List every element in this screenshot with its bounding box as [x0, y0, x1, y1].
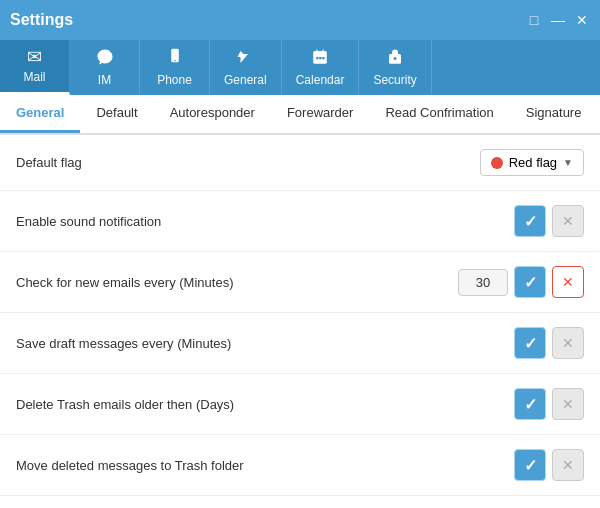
svg-point-10	[394, 57, 397, 60]
move-deleted-x-button[interactable]: ✕	[552, 449, 584, 481]
enable-sound-label: Enable sound notification	[16, 214, 161, 229]
tab-im[interactable]: IM	[70, 40, 140, 95]
enable-sound-x-button[interactable]: ✕	[552, 205, 584, 237]
tab-security[interactable]: Security	[359, 40, 431, 95]
maximize-button[interactable]: □	[526, 12, 542, 28]
check-emails-input[interactable]	[458, 269, 508, 296]
default-flag-controls: Red flag ▼	[480, 149, 584, 176]
move-deleted-label: Move deleted messages to Trash folder	[16, 458, 244, 473]
calendar-icon	[311, 48, 329, 69]
subtab-general[interactable]: General	[0, 95, 80, 133]
setting-check-emails: Check for new emails every (Minutes) ✓ ✕	[0, 252, 600, 313]
delete-trash-controls: ✓ ✕	[514, 388, 584, 420]
check-emails-controls: ✓ ✕	[458, 266, 584, 298]
save-draft-x-button[interactable]: ✕	[552, 327, 584, 359]
phone-icon	[166, 48, 184, 69]
enable-sound-check-button[interactable]: ✓	[514, 205, 546, 237]
delete-trash-label: Delete Trash emails older then (Days)	[16, 397, 234, 412]
security-icon	[386, 48, 404, 69]
move-deleted-check-button[interactable]: ✓	[514, 449, 546, 481]
save-draft-controls: ✓ ✕	[514, 327, 584, 359]
svg-rect-7	[319, 57, 321, 59]
window-title: Settings	[10, 11, 73, 29]
subtab-default[interactable]: Default	[80, 95, 153, 133]
flag-value: Red flag	[509, 155, 557, 170]
setting-delete-trash: Delete Trash emails older then (Days) ✓ …	[0, 374, 600, 435]
subtab-autoresponder[interactable]: Autoresponder	[154, 95, 271, 133]
setting-default-flag: Default flag Red flag ▼	[0, 135, 600, 191]
tab-mail[interactable]: ✉ Mail	[0, 40, 70, 95]
subtab-forewarder[interactable]: Forewarder	[271, 95, 369, 133]
flag-dropdown[interactable]: Red flag ▼	[480, 149, 584, 176]
subtab-signature[interactable]: Signature	[510, 95, 598, 133]
title-bar: Settings □ — ✕	[0, 0, 600, 40]
tab-phone[interactable]: Phone	[140, 40, 210, 95]
window-controls: □ — ✕	[526, 12, 590, 28]
minimize-button[interactable]: —	[550, 12, 566, 28]
svg-rect-8	[322, 57, 324, 59]
settings-content: Default flag Red flag ▼ Enable sound not…	[0, 135, 600, 508]
tab-security-label: Security	[373, 73, 416, 87]
im-icon	[96, 48, 114, 69]
close-button[interactable]: ✕	[574, 12, 590, 28]
tab-mail-label: Mail	[23, 70, 45, 84]
subtab-read-confirmation[interactable]: Read Confrimation	[369, 95, 509, 133]
svg-rect-6	[316, 57, 318, 59]
check-emails-x-button[interactable]: ✕	[552, 266, 584, 298]
mail-icon: ✉	[27, 48, 42, 66]
setting-delete-messages: Delete messages on "Empty Folder" action…	[0, 496, 600, 508]
sub-tabs: General Default Autoresponder Forewarder…	[0, 95, 600, 135]
flag-color-dot	[491, 157, 503, 169]
delete-trash-x-button[interactable]: ✕	[552, 388, 584, 420]
setting-move-deleted: Move deleted messages to Trash folder ✓ …	[0, 435, 600, 496]
tab-calendar[interactable]: Calendar	[282, 40, 360, 95]
delete-trash-check-button[interactable]: ✓	[514, 388, 546, 420]
tab-phone-label: Phone	[157, 73, 192, 87]
save-draft-check-button[interactable]: ✓	[514, 327, 546, 359]
move-deleted-controls: ✓ ✕	[514, 449, 584, 481]
enable-sound-controls: ✓ ✕	[514, 205, 584, 237]
setting-enable-sound: Enable sound notification ✓ ✕	[0, 191, 600, 252]
check-emails-label: Check for new emails every (Minutes)	[16, 275, 233, 290]
svg-point-1	[174, 60, 176, 62]
nav-tabs: ✉ Mail IM Phone General	[0, 40, 600, 95]
default-flag-label: Default flag	[16, 155, 82, 170]
save-draft-label: Save draft messages every (Minutes)	[16, 336, 231, 351]
general-icon	[236, 48, 254, 69]
tab-general[interactable]: General	[210, 40, 282, 95]
check-emails-check-button[interactable]: ✓	[514, 266, 546, 298]
tab-general-label: General	[224, 73, 267, 87]
tab-im-label: IM	[98, 73, 111, 87]
tab-calendar-label: Calendar	[296, 73, 345, 87]
setting-save-draft: Save draft messages every (Minutes) ✓ ✕	[0, 313, 600, 374]
dropdown-arrow-icon: ▼	[563, 157, 573, 168]
